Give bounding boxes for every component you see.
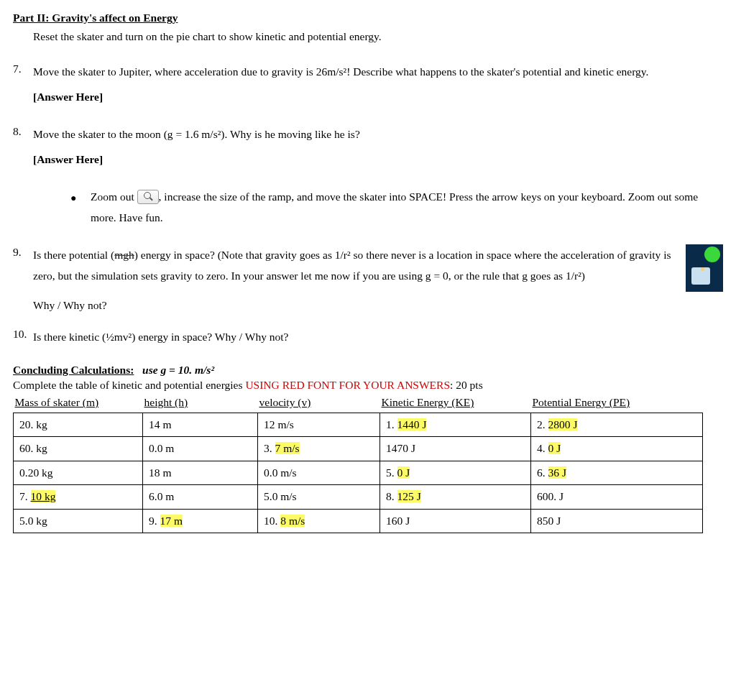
- q7-answer-placeholder[interactable]: [Answer Here]: [33, 86, 723, 107]
- table-header-row: Mass of skater (m) height (h) velocity (…: [14, 395, 703, 413]
- q9-number: 9.: [13, 244, 33, 316]
- th-height: height (h): [144, 396, 188, 408]
- table-cell: 12 m/s: [258, 413, 380, 436]
- conclude-line2b: USING RED FONT FOR YOUR ANSWERS: [245, 379, 450, 391]
- th-pe: Potential Energy (PE): [533, 396, 630, 408]
- question-10: 10. Is there kinetic (½mv²) energy in sp…: [13, 326, 723, 347]
- q8-number: 8.: [13, 124, 33, 170]
- table-row: 20. kg14 m12 m/s1. 1440 J2. 2800 J: [14, 413, 703, 436]
- q9-why: Why / Why not?: [33, 295, 723, 316]
- q9-mgh: mgh: [114, 249, 134, 261]
- calculations-table: Mass of skater (m) height (h) velocity (…: [13, 395, 703, 533]
- table-cell: 8. 125 J: [380, 485, 531, 509]
- skater-space-image: [686, 244, 723, 292]
- zoom-out-icon[interactable]: [137, 190, 159, 204]
- table-cell: 850 J: [531, 509, 703, 533]
- question-7: 7. Move the skater to Jupiter, where acc…: [13, 61, 723, 108]
- table-cell: 5. 0 J: [380, 461, 531, 484]
- th-velocity: velocity (v): [259, 396, 311, 408]
- table-cell: 2. 2800 J: [531, 413, 703, 436]
- table-cell: 5.0 m/s: [258, 485, 380, 509]
- table-cell: 1. 1440 J: [380, 413, 531, 436]
- table-cell: 0.0 m: [143, 437, 258, 461]
- table-cell: 6.0 m: [143, 485, 258, 509]
- table-cell: 18 m: [143, 461, 258, 484]
- zoom-post: , increase the size of the ramp, and mov…: [91, 190, 698, 224]
- q8-text: Move the skater to the moon (g = 1.6 m/s…: [33, 128, 360, 140]
- table-cell: 14 m: [143, 413, 258, 436]
- section-title: Part II: Gravity's affect on Energy: [13, 10, 723, 26]
- table-row: 0.20 kg18 m0.0 m/s5. 0 J6. 36 J: [14, 461, 703, 484]
- table-cell: 3. 7 m/s: [258, 437, 380, 461]
- bullet-icon: ●: [70, 186, 91, 229]
- table-cell: 1470 J: [380, 437, 531, 461]
- q10-number: 10.: [13, 326, 33, 347]
- table-cell: 4. 0 J: [531, 437, 703, 461]
- table-cell: 0.0 m/s: [258, 461, 380, 484]
- conclude-title: Concluding Calculations:: [13, 364, 134, 376]
- conclude-line2c: : 20 pts: [450, 379, 483, 391]
- question-8: 8. Move the skater to the moon (g = 1.6 …: [13, 124, 723, 170]
- q9-text-a: Is there potential (: [33, 249, 114, 261]
- table-cell: 20. kg: [14, 413, 143, 436]
- q8-answer-placeholder[interactable]: [Answer Here]: [33, 149, 723, 170]
- table-cell: 9. 17 m: [143, 509, 258, 533]
- table-row: 60. kg0.0 m3. 7 m/s1470 J4. 0 J: [14, 437, 703, 461]
- concluding-section: Concluding Calculations: use g = 10. m/s…: [13, 363, 723, 393]
- table-cell: 0.20 kg: [14, 461, 143, 484]
- table-cell: 6. 36 J: [531, 461, 703, 484]
- q7-number: 7.: [13, 61, 33, 108]
- th-mass: Mass of skater (m): [15, 396, 99, 408]
- zoom-pre: Zoom out: [91, 190, 137, 203]
- question-9: 9. Is there potential (mgh) energy in sp…: [13, 244, 723, 316]
- conclude-line2a: Complete the table of kinetic and potent…: [13, 379, 245, 391]
- table-cell: 160 J: [380, 509, 531, 533]
- zoom-instruction: ● Zoom out , increase the size of the ra…: [70, 186, 723, 229]
- table-cell: 10. 8 m/s: [258, 509, 380, 533]
- th-ke: Kinetic Energy (KE): [382, 396, 474, 408]
- table-cell: 5.0 kg: [14, 509, 143, 533]
- table-cell: 7. 10 kg: [14, 485, 143, 509]
- conclude-use-g: use g = 10. m/s²: [142, 364, 214, 376]
- q10-text: Is there kinetic (½mv²) energy in space?…: [33, 331, 288, 343]
- q7-text: Move the skater to Jupiter, where accele…: [33, 65, 648, 78]
- table-row: 5.0 kg9. 17 m10. 8 m/s160 J850 J: [14, 509, 703, 533]
- table-cell: 600. J: [531, 485, 703, 509]
- table-row: 7. 10 kg6.0 m5.0 m/s8. 125 J600. J: [14, 485, 703, 509]
- table-cell: 60. kg: [14, 437, 143, 461]
- intro-text: Reset the skater and turn on the pie cha…: [33, 29, 723, 45]
